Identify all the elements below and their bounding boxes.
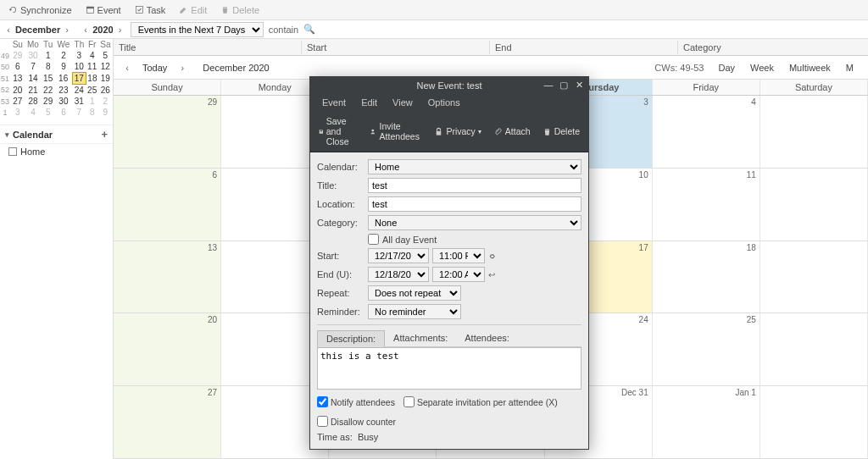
mini-day-cell[interactable]: 25 [86, 85, 98, 97]
category-select[interactable]: None [368, 215, 581, 230]
day-cell[interactable]: 29 [114, 96, 221, 168]
mini-day-cell[interactable]: 27 [10, 96, 25, 107]
prev-month-button[interactable]: ‹ [3, 25, 14, 35]
notify-attendees-checkbox[interactable] [317, 396, 328, 407]
description-textarea[interactable] [317, 347, 581, 390]
day-cell[interactable]: 27 [114, 386, 221, 458]
col-start[interactable]: Start [302, 41, 490, 54]
view-tab[interactable]: M [838, 59, 861, 76]
mini-day-cell[interactable]: 28 [25, 96, 41, 107]
prev-year-button[interactable]: ‹ [81, 25, 91, 35]
mini-day-cell[interactable]: 1 [42, 50, 55, 61]
calendar-list-item[interactable]: Home [0, 144, 113, 159]
mini-day-cell[interactable]: 12 [98, 61, 113, 73]
new-event-button[interactable]: Event [81, 3, 126, 17]
mini-day-cell[interactable]: 26 [98, 85, 113, 97]
end-date-select[interactable]: 12/18/20 [368, 267, 429, 282]
mini-day-cell[interactable]: 7 [72, 107, 86, 118]
maximize-button[interactable]: ▢ [558, 79, 570, 91]
mini-day-cell[interactable]: 11 [86, 61, 98, 73]
mini-day-cell[interactable]: 7 [25, 61, 41, 73]
mini-day-cell[interactable]: 16 [55, 73, 72, 85]
mini-day-cell[interactable]: 9 [55, 61, 72, 73]
mini-day-cell[interactable]: 3 [72, 50, 86, 61]
view-tab[interactable]: Multiweek [782, 59, 838, 76]
mini-day-cell[interactable]: 5 [98, 50, 113, 61]
attach-button[interactable]: Attach [490, 124, 534, 138]
next-period-button[interactable]: › [175, 61, 189, 75]
add-calendar-button[interactable]: + [101, 128, 108, 141]
delete-button[interactable]: Delete [215, 3, 264, 17]
mini-day-cell[interactable]: 4 [25, 107, 41, 118]
all-day-checkbox[interactable] [368, 234, 379, 245]
view-tab[interactable]: Day [710, 59, 743, 76]
timezone-icon[interactable]: ⭘ [488, 252, 497, 261]
day-cell[interactable] [760, 169, 868, 241]
today-button[interactable]: Today [142, 63, 167, 73]
save-and-close-button[interactable]: Save and Close [315, 114, 362, 148]
day-cell[interactable]: 18 [653, 241, 760, 313]
col-category[interactable]: Category [678, 41, 868, 54]
mini-day-cell[interactable]: 22 [42, 85, 55, 97]
mini-day-cell[interactable]: 29 [10, 50, 25, 61]
search-icon[interactable]: 🔍 [303, 24, 315, 35]
day-cell[interactable] [760, 96, 868, 168]
mini-day-cell[interactable]: 5 [42, 107, 55, 118]
end-time-select[interactable]: 12:00 AM [432, 267, 485, 282]
mini-day-cell[interactable]: 19 [98, 73, 113, 85]
separate-invitation-checkbox[interactable] [403, 396, 415, 407]
link-dates-icon[interactable]: ↩ [488, 270, 495, 279]
mini-day-cell[interactable]: 2 [55, 50, 72, 61]
minimize-button[interactable]: — [542, 79, 554, 91]
tab-description[interactable]: Description: [317, 330, 385, 347]
calendar-section-heading[interactable]: ▾ Calendar + [0, 124, 113, 144]
mini-day-cell[interactable]: 10 [72, 61, 86, 73]
tab-attachments[interactable]: Attachments: [385, 330, 456, 346]
menu-view[interactable]: View [386, 96, 420, 109]
col-title[interactable]: Title [114, 41, 302, 54]
tab-attendees[interactable]: Attendees: [456, 330, 518, 346]
calendar-select[interactable]: Home [368, 159, 581, 174]
prev-period-button[interactable]: ‹ [120, 61, 134, 75]
repeat-select[interactable]: Does not repeat [368, 285, 461, 301]
edit-button[interactable]: Edit [174, 3, 212, 17]
title-input[interactable] [368, 178, 581, 193]
start-time-select[interactable]: 11:00 PM [432, 248, 485, 263]
start-date-select[interactable]: 12/17/20 [368, 248, 429, 263]
day-cell[interactable] [760, 241, 868, 313]
mini-day-cell[interactable]: 1 [86, 96, 98, 107]
mini-day-cell[interactable]: 30 [55, 96, 72, 107]
mini-day-cell[interactable]: 6 [10, 61, 25, 73]
day-cell[interactable]: 11 [653, 169, 760, 241]
col-end[interactable]: End [490, 41, 678, 54]
dialog-titlebar[interactable]: New Event: test — ▢ ✕ [310, 77, 588, 94]
mini-day-cell[interactable]: 18 [86, 73, 98, 85]
mini-day-cell[interactable]: 21 [25, 85, 41, 97]
mini-day-cell[interactable]: 4 [86, 50, 98, 61]
close-button[interactable]: ✕ [573, 79, 585, 91]
menu-event[interactable]: Event [315, 96, 353, 109]
mini-day-cell[interactable]: 9 [98, 107, 113, 118]
mini-day-cell[interactable]: 13 [10, 73, 25, 85]
day-cell[interactable]: 13 [114, 241, 221, 313]
mini-day-cell[interactable]: 15 [42, 73, 55, 85]
reminder-select[interactable]: No reminder [368, 304, 461, 319]
mini-day-cell[interactable]: 14 [25, 73, 41, 85]
synchronize-button[interactable]: Synchronize [3, 3, 77, 17]
mini-day-cell[interactable]: 24 [72, 85, 86, 97]
mini-day-cell[interactable]: 3 [10, 107, 25, 118]
mini-day-cell[interactable]: 30 [25, 50, 41, 61]
day-cell[interactable]: 25 [653, 313, 760, 385]
day-cell[interactable]: 20 [114, 313, 221, 385]
day-cell[interactable] [760, 386, 868, 458]
invite-attendees-button[interactable]: Invite Attendees [367, 119, 426, 143]
period-filter-select[interactable]: Events in the Next 7 Days [131, 22, 264, 37]
mini-day-cell[interactable]: 8 [86, 107, 98, 118]
menu-options[interactable]: Options [421, 96, 467, 109]
next-year-button[interactable]: › [115, 25, 125, 35]
mini-day-cell[interactable]: 29 [42, 96, 55, 107]
privacy-button[interactable]: Privacy ▾ [431, 124, 484, 138]
mini-day-cell[interactable]: 6 [55, 107, 72, 118]
day-cell[interactable]: 4 [653, 96, 760, 168]
mini-day-cell[interactable]: 20 [10, 85, 25, 97]
